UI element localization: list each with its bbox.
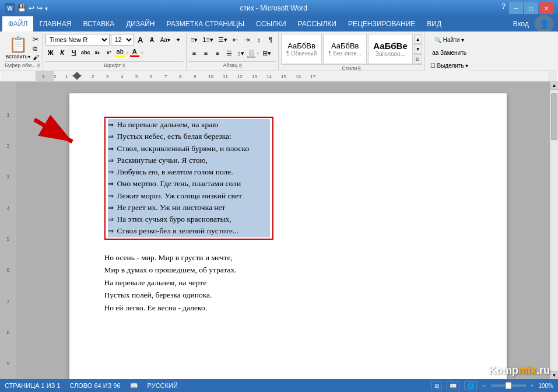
divider1: ▾ [126,50,129,56]
change-case-btn[interactable]: Aa▾ [159,34,172,46]
login-btn[interactable]: Вход [507,19,535,29]
close-btn[interactable]: ✕ [539,2,553,14]
svg-text:2: 2 [92,74,94,79]
ruler-svg: 3 2 1 1 2 3 4 5 6 7 8 9 10 11 12 13 14 1… [36,71,549,81]
svg-text:17: 17 [310,74,315,79]
web-layout-btn[interactable]: 🌐 [464,382,477,390]
help-btn[interactable]: ? [499,2,508,14]
style-normal[interactable]: АаБбВв ¶ Обычный [281,34,322,64]
zoom-slider[interactable] [491,384,526,387]
read-mode-btn[interactable]: 📖 [447,382,459,390]
cut-btn[interactable]: ✂ [33,35,39,44]
multilevel-list-btn[interactable]: ☰▾ [216,34,229,46]
increase-indent-btn[interactable]: ⇥ [242,34,252,46]
subscript-btn[interactable]: x₂ [92,47,103,58]
menu-view[interactable]: ВИД [421,16,447,32]
style-nospace[interactable]: АаБбВв ¶ Без инте... [323,34,367,64]
zoom-thumb[interactable] [506,382,511,389]
styles-more[interactable]: ⊡ [414,54,422,64]
page-num-1: 1 [6,99,9,130]
paste-button[interactable]: 📋 Вставить ▾ [5,36,30,60]
clipboard-section: 📋 Вставить ▾ ✂ ⧉ 🖌 Буфер обм... ⎘ [2,33,43,70]
svg-text:3: 3 [42,74,45,79]
svg-text:16: 16 [296,74,301,79]
style-nospace-label: ¶ Без инте... [328,50,362,57]
font-size-select[interactable]: 12 [111,34,134,46]
align-right-btn[interactable]: ≡ [212,47,223,59]
style-normal-label: ¶ Обычный [286,50,317,57]
styles-scroll-down[interactable]: ▼ [414,44,422,54]
font-grow-btn[interactable]: A [135,34,146,46]
doc-area[interactable]: 1 2 3 4 5 6 7 8 9 [0,82,558,379]
print-layout-btn[interactable]: ⊞ [431,382,442,390]
font-label[interactable]: Шрифт ⎘ [45,61,184,69]
superscript-btn[interactable]: x² [104,47,114,58]
page-info: СТРАНИЦА 1 ИЗ 1 [5,382,61,389]
svg-text:4: 4 [121,74,124,79]
qa-redo[interactable]: ↪ [37,4,43,12]
select-btn[interactable]: ☐ Выделить ▾ [427,60,472,71]
zoom-in-btn[interactable]: + [531,383,534,389]
menu-home[interactable]: ГЛАВНАЯ [33,16,77,32]
svg-text:6: 6 [150,74,153,79]
align-center-btn[interactable]: ≡ [201,47,211,59]
font-section: Times New R 12 A A Aa▾ ✦ Ж К Ч [43,33,187,70]
decrease-indent-btn[interactable]: ⇤ [230,34,241,46]
align-left-btn[interactable]: ≡ [189,47,199,59]
svg-text:3: 3 [106,74,109,79]
borders-btn[interactable]: ⊞▾ [261,47,273,59]
clipboard-expand-icon: ⎘ [37,63,40,68]
styles-scroll-up[interactable]: ▲ [414,34,422,44]
poem-line-9: ⇒ На этих сучьях буро красноватых, [108,214,270,225]
arrow-svg [29,114,81,149]
scroll-thumb[interactable] [551,93,557,140]
menu-references[interactable]: ССЫЛКИ [250,16,292,32]
poem-line-8: ⇒ Не греет их. Уж ни листочка нет [108,202,270,214]
italic-btn[interactable]: К [57,47,68,58]
arrow-sym-3: ⇒ [108,144,114,154]
scroll-up-btn[interactable]: ▲ [550,82,558,90]
sort-btn[interactable]: ↕ [254,34,264,46]
font-color-btn[interactable]: А [130,48,139,57]
poem-normal-section: Но осень - мир. Мир в грусти и мечте, Ми… [104,251,472,314]
style-nospace-preview: АаБбВв [331,41,359,50]
menu-insert[interactable]: ВСТАВКА [77,16,120,32]
zoom-out-btn[interactable]: ─ [482,383,486,389]
numbered-list-btn[interactable]: 1≡▾ [201,34,215,46]
highlight-btn[interactable]: ab [115,48,125,57]
clipboard-label[interactable]: Буфер обм... ⎘ [5,61,40,69]
font-name-select[interactable]: Times New R [45,34,110,46]
scrollbar-v[interactable]: ▲ ▼ [550,82,558,379]
menu-review[interactable]: РЕЦЕНЗИРОВАНИЕ [342,16,421,32]
line-spacing-btn[interactable]: ↕▾ [236,47,246,59]
show-para-btn[interactable]: ¶ [265,34,276,46]
qa-undo[interactable]: ↩ [29,4,34,12]
style-heading[interactable]: АаБбВе Заголово... [368,34,413,64]
ruler-ticks: 3 2 1 1 2 3 4 5 6 7 8 9 10 11 12 13 14 1… [36,71,549,81]
shading-btn[interactable]: ░ [247,49,255,58]
menu-layout[interactable]: РАЗМЕТКА СТРАНИЦЫ [161,16,251,32]
menu-mailings[interactable]: РАССЫЛКИ [292,16,342,32]
minimize-btn[interactable]: ─ [509,2,523,14]
copy-btn[interactable]: ⧉ [33,45,39,52]
bullet-list-btn[interactable]: ≡▾ [189,34,199,46]
para-label[interactable]: Абзац ⎘ [189,61,276,69]
qa-save[interactable]: 💾 [17,4,26,12]
menu-file[interactable]: ФАЙЛ [2,16,33,32]
find-btn[interactable]: 🔍 Найти ▾ [431,34,467,46]
format-painter-btn[interactable]: 🖌 [33,54,39,61]
strikethrough-btn[interactable]: abc [80,47,91,58]
bold-btn[interactable]: Ж [45,47,56,58]
justify-btn[interactable]: ☰ [224,47,234,59]
menu-design[interactable]: ДИЗАЙН [120,16,160,32]
svg-text:9: 9 [194,74,196,79]
poem-line-5: ⇒ Любуясь ею, в желтом голом поле. [108,166,270,178]
underline-btn[interactable]: Ч [69,47,79,58]
restore-btn[interactable]: □ [524,2,538,14]
clear-format-btn[interactable]: ✦ [173,34,184,46]
arrow-sym-2: ⇒ [108,131,114,142]
replace-btn[interactable]: аа Заменить [429,47,469,58]
font-shrink-btn[interactable]: A [147,34,157,46]
scroll-down-btn[interactable]: ▼ [550,371,558,379]
page-num-2: 2 [6,130,9,161]
